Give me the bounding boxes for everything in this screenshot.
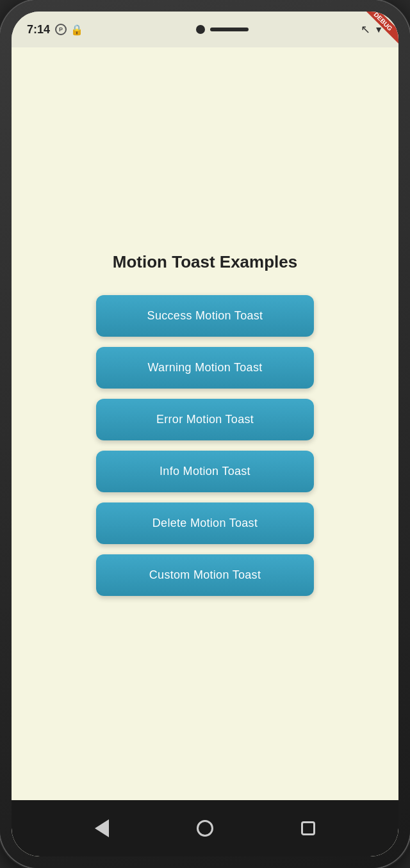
- warning-motion-toast-button[interactable]: Warning Motion Toast: [96, 347, 314, 389]
- success-motion-toast-button[interactable]: Success Motion Toast: [96, 295, 314, 337]
- phone-frame: 7:14 P 🔒 ↖ ▼ DEBUG: [0, 0, 410, 868]
- camera-dot: [196, 25, 205, 34]
- bottom-nav: [12, 800, 398, 856]
- main-content: Motion Toast Examples Success Motion Toa…: [12, 47, 398, 800]
- back-button[interactable]: [90, 817, 113, 840]
- debug-label: DEBUG: [365, 12, 398, 44]
- recents-button[interactable]: [297, 817, 320, 840]
- notification-icon: P: [55, 24, 67, 35]
- error-motion-toast-button[interactable]: Error Motion Toast: [96, 399, 314, 440]
- back-icon: [95, 819, 109, 837]
- speaker-bar: [210, 28, 249, 31]
- home-button[interactable]: [193, 817, 217, 840]
- status-time: 7:14: [27, 23, 50, 36]
- custom-motion-toast-button[interactable]: Custom Motion Toast: [96, 554, 314, 596]
- recents-icon: [301, 821, 315, 835]
- status-bar: 7:14 P 🔒 ↖ ▼ DEBUG: [12, 12, 398, 47]
- lock-icon: 🔒: [70, 24, 83, 36]
- home-icon: [197, 820, 213, 837]
- phone-screen: 7:14 P 🔒 ↖ ▼ DEBUG: [12, 12, 398, 856]
- info-motion-toast-button[interactable]: Info Motion Toast: [96, 451, 314, 492]
- status-icons-left: P 🔒: [55, 24, 83, 36]
- delete-motion-toast-button[interactable]: Delete Motion Toast: [96, 502, 314, 544]
- debug-badge: DEBUG: [365, 12, 398, 45]
- status-center: [83, 25, 361, 34]
- page-title: Motion Toast Examples: [113, 252, 297, 272]
- camera-notch: [196, 25, 249, 34]
